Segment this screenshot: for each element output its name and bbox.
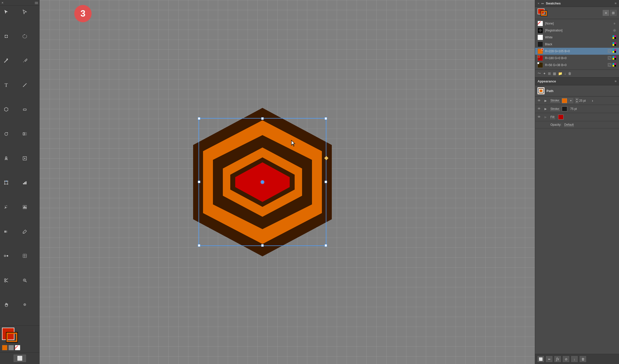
appearance-layers-icon[interactable]: ▪▪ (546, 356, 552, 362)
swatch-dark-row[interactable]: R=56 G=38 B=0 (535, 62, 619, 69)
symbol-sprayer-tool[interactable] (1, 202, 11, 212)
puppet-warp-tool[interactable] (1, 154, 11, 163)
swatches-folder-icon[interactable]: 📁 (558, 72, 562, 75)
appearance-square-icon[interactable]: ⬜ (538, 356, 544, 362)
stroke1-visibility-icon[interactable]: 👁 (538, 99, 542, 103)
svg-point-32 (4, 208, 5, 208)
swatches-table-icon[interactable]: ▦ (553, 72, 556, 75)
swatch-stroke-indicator[interactable] (541, 11, 547, 16)
toolbar-close-icon[interactable]: × (1, 1, 5, 4)
hex-artwork (178, 98, 347, 266)
chart-tool[interactable] (20, 178, 29, 187)
none-swatch[interactable] (15, 345, 20, 350)
stroke2-pt-value: 75 pt (570, 107, 579, 111)
svg-rect-13 (25, 133, 26, 135)
swatches-grid-icon[interactable]: ⊞ (548, 72, 551, 75)
fill-expand-arrow[interactable]: ▶ (544, 115, 548, 119)
swatches-menu-icon[interactable]: ≡ (615, 1, 617, 5)
swatch-red-label: R=180 G=0 B=0 (545, 56, 606, 60)
reshape-tool[interactable] (20, 154, 29, 163)
swatches-collapse-icon[interactable]: ▸▸ (542, 2, 544, 5)
zoom-tool[interactable] (20, 276, 29, 285)
pencil-tool[interactable] (20, 56, 29, 65)
swatch-none-label: [None] (545, 22, 611, 25)
camera-tool[interactable] (20, 300, 29, 309)
scissors-tool[interactable] (1, 276, 11, 285)
rotate-tool[interactable] (1, 129, 11, 139)
opacity-value[interactable]: Default (564, 123, 574, 127)
stroke2-color-swatch[interactable] (562, 106, 567, 111)
stroke1-size-down[interactable]: ▼ (575, 101, 579, 103)
swatches-waves-icon[interactable]: 〜 (538, 71, 541, 76)
gray-swatch[interactable] (8, 345, 14, 350)
hex-svg (178, 98, 347, 266)
svg-point-40 (7, 255, 8, 257)
stroke1-color-swatch[interactable] (562, 98, 567, 103)
warp-tool[interactable] (1, 32, 11, 41)
swatch-red-row[interactable]: R=180 G=0 B=0 (535, 55, 619, 62)
stroke1-dropdown[interactable]: ▾ (568, 98, 573, 103)
swatch-white-row[interactable]: White (535, 34, 619, 41)
swatches-panel-title: Swatches (546, 1, 561, 5)
blend-tool[interactable] (1, 251, 11, 261)
right-panels: × ▸▸ Swatches ≡ ≡ ⊞ [None] (535, 0, 619, 364)
appearance-noentry-icon[interactable]: ⊘ (563, 356, 569, 362)
svg-rect-10 (23, 109, 26, 110)
swatch-dark-fill-indicator (537, 62, 539, 64)
swatch-red-cmyk-icon (613, 56, 617, 60)
svg-rect-36 (26, 207, 26, 208)
line-tool[interactable] (20, 80, 29, 90)
lasso-tool[interactable] (20, 32, 29, 41)
stroke1-expand-button[interactable]: › (590, 98, 595, 103)
swatches-close-icon[interactable]: × (538, 1, 540, 5)
registration-swatch-icon (613, 29, 616, 32)
screen-mode-button[interactable]: ⬜ (14, 355, 26, 362)
shape-tool[interactable] (1, 105, 11, 114)
path-icon (538, 87, 544, 94)
swatches-arrow-down-icon[interactable]: ↓ (564, 72, 566, 75)
swatch-list-view-button[interactable]: ≡ (603, 10, 609, 16)
appearance-fx-icon[interactable]: fx (554, 356, 561, 362)
appearance-footer-icons: ⬜ ▪▪ fx ⊘ ↓ 🗑 (538, 356, 586, 362)
appearance-trash-icon[interactable]: 🗑 (580, 356, 586, 362)
swatches-star-icon[interactable]: ✦ (543, 72, 546, 75)
swatch-dark-type-icons (608, 63, 617, 67)
stroke1-size-up[interactable]: ▲ (575, 98, 579, 100)
svg-marker-11 (7, 132, 8, 133)
stroke2-visibility-icon[interactable]: 👁 (538, 107, 542, 111)
swatches-trash-icon[interactable]: 🗑 (568, 72, 571, 75)
svg-point-15 (5, 157, 7, 158)
stroke2-expand-arrow[interactable]: ▶ (544, 107, 548, 111)
swatch-orange-row[interactable]: R=228 G=105 B=0 (535, 48, 619, 55)
stroke1-expand-arrow[interactable]: ▶ (544, 99, 548, 102)
swatch-none-row[interactable]: [None] ⊘ (535, 20, 619, 27)
arrow-select-tool[interactable] (1, 7, 11, 17)
swatch-registration-row[interactable]: [Registration] (535, 27, 619, 34)
appearance-menu-icon[interactable]: ≡ (615, 79, 617, 83)
appearance-panel: Appearance ≡ Path 👁 ▶ Stroke: ▾ ▲ ▼ (535, 77, 619, 364)
column-graph-tool[interactable] (20, 202, 29, 212)
stroke-color-box[interactable] (6, 333, 17, 342)
pen-tool[interactable] (1, 56, 11, 65)
eraser-tool[interactable] (20, 105, 29, 114)
free-transform-tool[interactable] (1, 178, 11, 187)
eyedropper-tool[interactable] (20, 227, 29, 236)
appearance-arrow-down-icon[interactable]: ↓ (571, 356, 578, 362)
reflect-tool[interactable] (20, 129, 29, 139)
svg-rect-34 (24, 207, 24, 208)
direct-select-tool[interactable] (20, 7, 29, 17)
type-tool[interactable]: T (1, 80, 11, 90)
hand-tool[interactable] (1, 300, 11, 309)
svg-marker-9 (4, 107, 8, 111)
fill-visibility-icon[interactable]: 👁 (538, 115, 542, 119)
swatch-black-row[interactable]: Black (535, 41, 619, 48)
swatch-grid-view-button[interactable]: ⊞ (610, 10, 617, 16)
orange-swatch[interactable] (2, 345, 7, 350)
mesh-tool[interactable] (20, 251, 29, 261)
fill-color-swatch[interactable] (558, 115, 564, 120)
gradient-tool[interactable] (1, 227, 11, 236)
swatch-view-toggles: ≡ ⊞ (603, 10, 617, 16)
svg-point-4 (24, 34, 25, 35)
stroke1-size-stepper: ▲ ▼ (575, 98, 579, 103)
swatch-white-label: White (545, 36, 611, 39)
